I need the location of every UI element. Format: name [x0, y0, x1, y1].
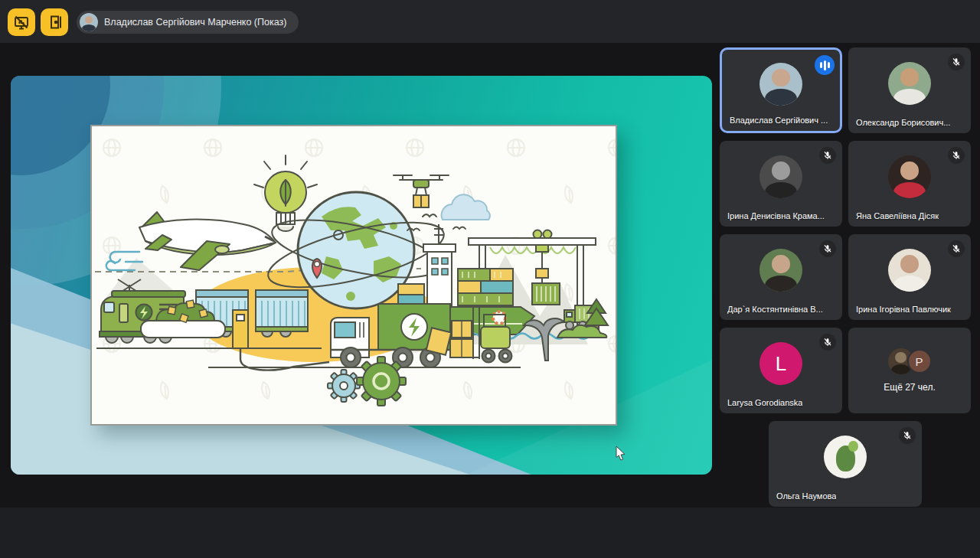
mic-off-icon	[899, 427, 916, 444]
presenter-pill[interactable]: Владислав Сергійович Марченко (Показ)	[77, 11, 299, 34]
overflow-avatars: P	[888, 348, 932, 374]
participant-tile[interactable]: Ірина Денисівна Крама...	[720, 141, 842, 227]
speaking-indicator	[815, 55, 835, 75]
presentation-off-icon	[12, 13, 31, 31]
participant-name: Ольга Наумова	[776, 491, 836, 501]
avatar	[888, 249, 931, 292]
bottom-bar: saa-wcpy-sds	[0, 507, 980, 558]
mic-off-icon	[948, 54, 965, 70]
mic-off-icon	[819, 334, 836, 351]
mic-off-icon	[819, 147, 836, 164]
participant-tile[interactable]: Ольга Наумова	[769, 421, 922, 507]
slide-illustration	[92, 126, 616, 424]
participant-tile[interactable]: Олександр Борисович...	[848, 47, 971, 133]
avatar: P	[907, 349, 932, 374]
participant-name: Владислав Сергійович ...	[730, 116, 828, 125]
participant-tile[interactable]: Дар`я Костянтинівна В...	[720, 234, 842, 320]
overflow-participants-tile[interactable]: P Ещё 27 чел.	[848, 328, 971, 413]
presenter-name: Владислав Сергійович Марченко (Показ)	[104, 17, 286, 28]
participant-tile[interactable]: Ірина Ігорівна Павлючик	[848, 234, 971, 320]
mic-off-icon	[948, 240, 965, 257]
participant-tile[interactable]: L Larysa Gorodianska	[720, 328, 842, 413]
avatar	[888, 62, 931, 105]
participant-name: Дар`я Костянтинівна В...	[727, 305, 823, 314]
door-exit-icon	[45, 13, 64, 31]
shared-screen	[11, 76, 712, 475]
mouse-cursor	[616, 445, 626, 461]
avatar	[824, 436, 867, 478]
avatar	[760, 63, 802, 106]
avatar: L	[760, 342, 802, 385]
overflow-count-label: Ещё 27 чел.	[884, 382, 935, 393]
avatar	[888, 155, 931, 198]
participant-name: Larysa Gorodianska	[727, 398, 802, 407]
avatar	[760, 249, 802, 292]
mic-off-icon	[948, 147, 965, 164]
door-exit-button[interactable]	[41, 8, 68, 36]
presentation-slide	[90, 125, 617, 426]
presenter-avatar	[80, 13, 98, 31]
presentation-off-button[interactable]	[8, 8, 35, 36]
participant-tile[interactable]: Владислав Сергійович ...	[720, 47, 842, 133]
participant-name: Ірина Ігорівна Павлючик	[856, 305, 951, 314]
top-bar: Владислав Сергійович Марченко (Показ)	[0, 0, 980, 43]
participant-name: Яна Савеліївна Дісяк	[856, 211, 939, 220]
participant-tile[interactable]: Яна Савеліївна Дісяк	[848, 141, 971, 227]
mic-off-icon	[819, 240, 836, 257]
participant-name: Ірина Денисівна Крама...	[727, 211, 825, 220]
participant-name: Олександр Борисович...	[856, 118, 950, 127]
avatar	[760, 155, 802, 198]
